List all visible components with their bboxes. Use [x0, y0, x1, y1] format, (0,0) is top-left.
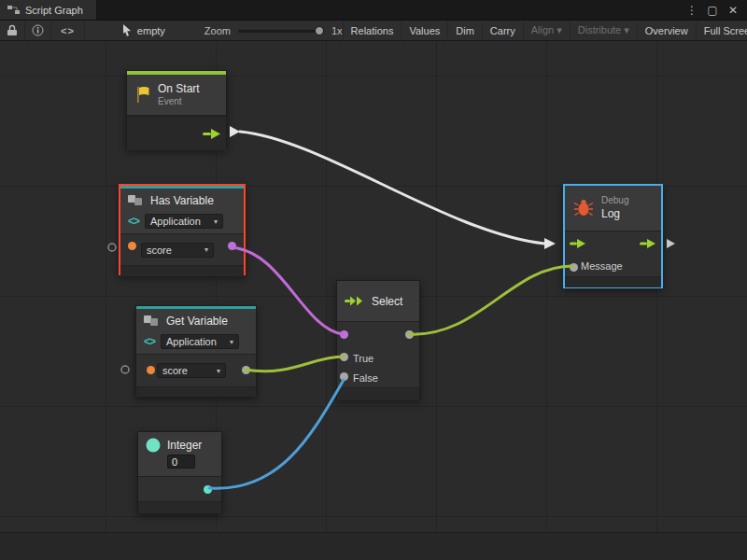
zoom-label: Zoom	[204, 25, 231, 36]
false-port-label: False	[353, 372, 378, 384]
caret-icon: ▾	[217, 367, 220, 375]
toolbar-button-relations[interactable]: Relations	[343, 21, 402, 41]
scope-value: Application	[150, 216, 201, 227]
node-subtitle: Event	[158, 96, 200, 108]
select-icon	[345, 294, 365, 308]
select-output-port[interactable]	[405, 330, 414, 339]
window-menu-icon[interactable]: ⋮	[684, 4, 700, 17]
node-title: On Start	[158, 82, 200, 96]
maximize-icon[interactable]: ▢	[704, 4, 721, 17]
has-variable-node[interactable]: Has Variable <> Application ▾ score ▾	[119, 184, 246, 275]
lock-icon[interactable]	[0, 21, 25, 41]
zoom-value: 1x	[331, 25, 343, 36]
select-condition-port[interactable]	[340, 330, 348, 339]
caret-icon: ▾	[204, 245, 208, 254]
message-port-label: Message	[581, 260, 623, 272]
debug-log-node[interactable]: Debug Log Message	[563, 184, 663, 288]
node-title: Get Variable	[166, 315, 228, 328]
title-bar: Script Graph ⋮ ▢ ✕	[0, 0, 747, 21]
integer-value-field[interactable]: 0	[167, 455, 195, 469]
info-icon[interactable]	[25, 21, 51, 41]
toolbar-buttons: Relations Values Dim Carry Align ▾ Distr…	[343, 21, 747, 41]
toolbar-button-values[interactable]: Values	[401, 21, 447, 41]
variable-name-value: score	[162, 365, 188, 376]
scope-dropdown[interactable]: Application ▾	[145, 214, 223, 229]
toolbar-button-fullscreen[interactable]: Full Screen	[696, 21, 747, 41]
unit-brackets-icon[interactable]: <>	[51, 21, 85, 41]
variable-name-dropdown[interactable]: score ▾	[157, 363, 226, 378]
selection-info: empty	[122, 24, 165, 36]
bug-icon	[573, 199, 594, 217]
integer-node[interactable]: Integer 0	[137, 431, 222, 513]
caret-icon: ▾	[214, 217, 218, 226]
graph-toolbar: <> empty Zoom 1x Relations Values Dim Ca…	[0, 21, 747, 41]
scope-value: Application	[166, 336, 217, 347]
variable-name-port[interactable]	[128, 242, 136, 250]
toolbar-button-dim[interactable]: Dim	[447, 21, 482, 41]
canvas-footer	[0, 532, 747, 560]
variable-name-port[interactable]	[147, 366, 155, 374]
toolbar-button-distribute[interactable]: Distribute ▾	[570, 21, 637, 41]
node-title: Has Variable	[150, 194, 214, 207]
toolbar-button-align[interactable]: Align ▾	[523, 21, 570, 41]
get-variable-node[interactable]: Get Variable <> Application ▾ score ▾	[135, 305, 257, 397]
node-title: Integer	[167, 439, 202, 452]
tab-title: Script Graph	[25, 5, 83, 16]
caret-icon: ▾	[230, 338, 233, 346]
select-node[interactable]: Select True False	[336, 280, 420, 399]
variables-icon	[144, 315, 161, 327]
node-category: Debug	[601, 195, 628, 207]
integer-output-port[interactable]	[204, 485, 212, 494]
script-graph-window: Script Graph ⋮ ▢ ✕ <> emp	[0, 0, 747, 560]
node-title: Log	[601, 207, 628, 221]
variable-brackets-icon: <>	[128, 215, 139, 228]
variable-name-dropdown[interactable]: score ▾	[141, 243, 214, 258]
node-title: Select	[372, 295, 402, 308]
variable-name-value: score	[147, 245, 172, 256]
integer-icon	[146, 438, 161, 453]
graph-icon	[7, 5, 20, 15]
get-variable-output-port[interactable]	[242, 366, 250, 374]
variables-icon	[128, 195, 145, 206]
message-input-port[interactable]	[570, 263, 578, 272]
has-variable-output-port[interactable]	[228, 242, 236, 250]
zoom-slider-track[interactable]	[238, 30, 324, 33]
cursor-icon	[122, 24, 133, 36]
on-start-node[interactable]: On Start Event	[126, 70, 227, 149]
zoom-slider-handle[interactable]	[315, 26, 324, 35]
true-port-label: True	[353, 353, 374, 364]
select-true-port[interactable]	[340, 353, 348, 361]
toolbar-button-overview[interactable]: Overview	[637, 21, 696, 41]
exec-input-port[interactable]	[570, 238, 586, 249]
empty-label: empty	[137, 25, 165, 36]
zoom-slider[interactable]	[238, 25, 324, 36]
exec-output-port[interactable]	[203, 128, 221, 140]
integer-value: 0	[172, 456, 177, 468]
tab-script-graph[interactable]: Script Graph	[0, 0, 97, 20]
select-false-port[interactable]	[340, 372, 348, 381]
close-icon[interactable]: ✕	[725, 4, 741, 17]
flag-icon	[135, 86, 150, 104]
toolbar-button-carry[interactable]: Carry	[482, 21, 523, 41]
exec-output-port[interactable]	[640, 238, 656, 249]
variable-brackets-icon: <>	[144, 335, 155, 348]
zoom-control: Zoom 1x	[204, 25, 343, 36]
scope-dropdown[interactable]: Application ▾	[161, 334, 239, 349]
